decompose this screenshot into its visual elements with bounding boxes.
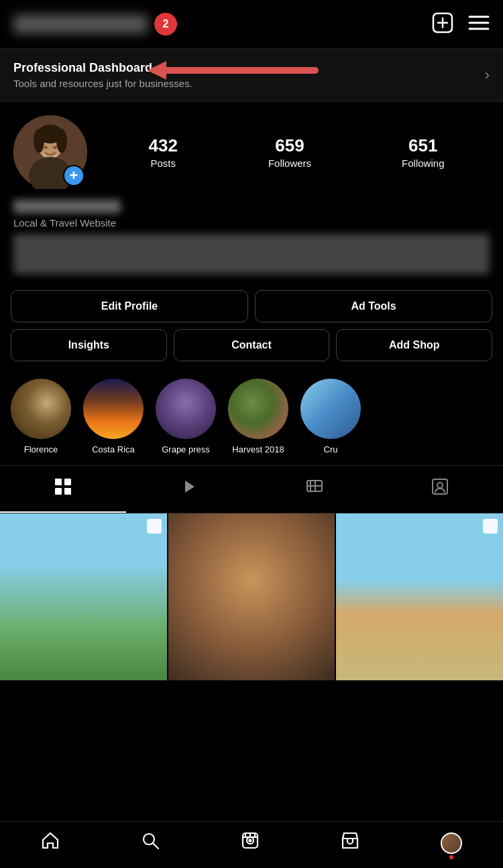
followers-label: Followers bbox=[268, 158, 311, 169]
svg-marker-21 bbox=[185, 481, 194, 493]
highlight-costa-rica-label: Costa Rica bbox=[92, 444, 135, 454]
following-count: 651 bbox=[408, 135, 437, 156]
username-display bbox=[13, 15, 148, 34]
add-shop-button[interactable]: Add Shop bbox=[336, 329, 492, 361]
highlight-florence-circle bbox=[11, 379, 71, 439]
bio-section: Local & Travel Website bbox=[0, 196, 503, 284]
primary-btn-row: Edit Profile Ad Tools bbox=[11, 290, 492, 322]
avatar-container[interactable]: + bbox=[13, 115, 87, 189]
photo-indicator-3 bbox=[483, 519, 498, 534]
reels-nav-icon bbox=[241, 831, 260, 855]
highlight-florence-label: Florence bbox=[24, 444, 58, 454]
svg-line-29 bbox=[153, 843, 158, 849]
highlight-florence[interactable]: Florence bbox=[11, 379, 71, 454]
photo-cell-2[interactable] bbox=[168, 513, 335, 680]
contact-button[interactable]: Contact bbox=[174, 329, 330, 361]
followers-count: 659 bbox=[275, 135, 304, 156]
nav-search[interactable] bbox=[141, 831, 160, 855]
notification-badge[interactable]: 2 bbox=[154, 13, 177, 36]
highlight-grape-press-circle bbox=[156, 379, 216, 439]
profile-active-dot bbox=[449, 855, 453, 859]
following-stat[interactable]: 651 Following bbox=[402, 135, 444, 169]
nav-shop[interactable] bbox=[341, 831, 359, 855]
photo-cell-3[interactable] bbox=[336, 513, 503, 680]
add-story-button[interactable]: + bbox=[63, 165, 85, 186]
posts-stat[interactable]: 432 Posts bbox=[149, 135, 178, 169]
highlight-grape-press-label: Grape press bbox=[162, 444, 210, 454]
professional-dashboard-banner[interactable]: Professional Dashboard Tools and resourc… bbox=[0, 48, 503, 102]
home-icon bbox=[41, 831, 60, 855]
insights-button[interactable]: Insights bbox=[11, 329, 167, 361]
header: 2 bbox=[0, 0, 503, 48]
edit-profile-button[interactable]: Edit Profile bbox=[11, 290, 248, 322]
reels-tab-icon bbox=[180, 478, 197, 499]
posts-count: 432 bbox=[149, 135, 178, 156]
igtv-icon bbox=[306, 478, 323, 499]
tab-tagged[interactable] bbox=[378, 466, 504, 513]
profile-nav-avatar bbox=[441, 832, 462, 854]
svg-rect-20 bbox=[64, 488, 71, 495]
shop-icon bbox=[341, 831, 359, 855]
tab-reels[interactable] bbox=[126, 466, 252, 513]
bio-text-blurred bbox=[13, 234, 490, 274]
svg-point-14 bbox=[56, 129, 67, 153]
highlight-costa-rica[interactable]: Costa Rica bbox=[83, 379, 144, 454]
search-icon bbox=[141, 831, 160, 855]
stats-row: 432 Posts 659 Followers 651 Following bbox=[103, 135, 490, 169]
photo-grid bbox=[0, 513, 503, 680]
followers-stat[interactable]: 659 Followers bbox=[268, 135, 311, 169]
highlight-harvest-2018[interactable]: Harvest 2018 bbox=[228, 379, 288, 454]
bottom-nav bbox=[0, 821, 503, 868]
menu-icon[interactable] bbox=[468, 13, 490, 35]
highlight-cru-circle bbox=[300, 379, 361, 439]
svg-rect-19 bbox=[55, 488, 62, 495]
photo-cell-1[interactable] bbox=[0, 513, 167, 680]
svg-rect-17 bbox=[55, 479, 62, 485]
header-username-area: 2 bbox=[13, 13, 177, 36]
highlight-grape-press[interactable]: Grape press bbox=[156, 379, 216, 454]
secondary-btn-row: Insights Contact Add Shop bbox=[11, 329, 492, 361]
ad-tools-button[interactable]: Ad Tools bbox=[255, 290, 492, 322]
add-content-icon[interactable] bbox=[432, 12, 453, 36]
content-tabs bbox=[0, 465, 503, 513]
highlight-costa-rica-circle bbox=[83, 379, 144, 439]
following-label: Following bbox=[402, 158, 444, 169]
profile-section: + 432 Posts 659 Followers 651 Following bbox=[0, 102, 503, 196]
svg-point-27 bbox=[437, 483, 443, 488]
pro-dashboard-subtitle: Tools and resources just for businesses. bbox=[13, 78, 192, 89]
bio-category: Local & Travel Website bbox=[13, 217, 490, 229]
highlight-harvest-circle bbox=[228, 379, 288, 439]
svg-rect-18 bbox=[64, 479, 71, 485]
highlight-cru[interactable]: Cru bbox=[300, 379, 361, 454]
nav-reels[interactable] bbox=[241, 831, 260, 855]
tab-grid[interactable] bbox=[0, 466, 126, 513]
tagged-icon bbox=[431, 478, 449, 499]
svg-point-16 bbox=[53, 146, 57, 149]
pro-dashboard-text: Professional Dashboard Tools and resourc… bbox=[13, 61, 192, 89]
highlights-section: Florence Costa Rica Grape press Harvest … bbox=[0, 368, 503, 465]
nav-profile[interactable] bbox=[441, 832, 462, 854]
bio-name-blurred bbox=[13, 200, 121, 213]
svg-point-32 bbox=[249, 840, 251, 842]
highlight-harvest-label: Harvest 2018 bbox=[232, 444, 284, 454]
posts-label: Posts bbox=[150, 158, 176, 169]
grid-icon bbox=[54, 478, 72, 499]
tab-igtv[interactable] bbox=[252, 466, 378, 513]
highlight-cru-label: Cru bbox=[324, 444, 338, 454]
nav-home[interactable] bbox=[41, 831, 60, 855]
pro-dashboard-title: Professional Dashboard bbox=[13, 61, 192, 75]
photo-indicator-1 bbox=[147, 519, 162, 534]
svg-point-15 bbox=[44, 146, 48, 149]
header-icons bbox=[432, 12, 490, 36]
svg-point-13 bbox=[34, 129, 44, 153]
action-buttons: Edit Profile Ad Tools Insights Contact A… bbox=[0, 284, 503, 368]
pro-dashboard-chevron: › bbox=[485, 66, 490, 84]
